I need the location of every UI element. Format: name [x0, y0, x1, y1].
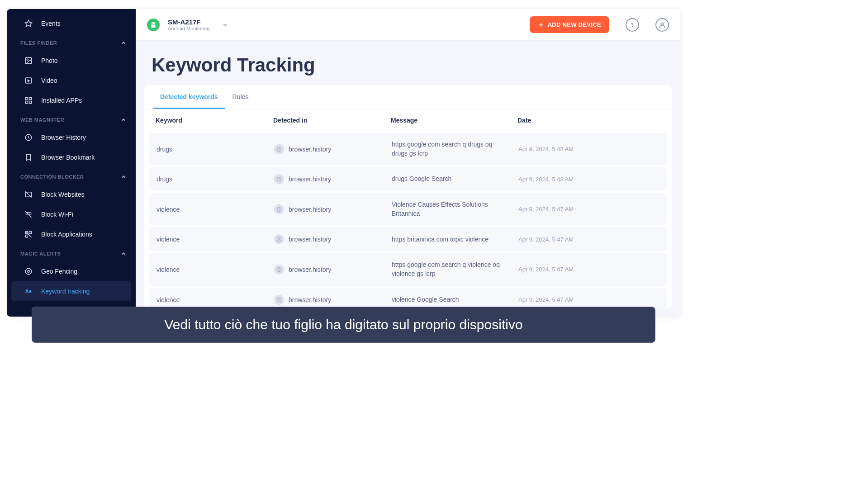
android-icon [147, 19, 160, 31]
svg-text:Aa: Aa [25, 289, 32, 294]
help-button[interactable] [626, 18, 639, 32]
table-row[interactable]: violence browser.history https britannic… [149, 227, 667, 251]
cell-detected-in: browser.history [274, 295, 392, 305]
sidebar-section-files-finder[interactable]: FILES FINDER [7, 33, 136, 51]
history-icon [274, 295, 284, 305]
cell-detected-in: browser.history [274, 204, 392, 214]
cell-date: Apr 9, 2024, 5:48 AM [518, 146, 659, 152]
cell-keyword: drugs [157, 146, 274, 153]
cell-message: https google com search q drugs oq drugs… [392, 140, 518, 158]
svg-point-17 [28, 270, 30, 273]
svg-point-20 [154, 23, 154, 23]
svg-point-23 [632, 26, 632, 26]
svg-rect-4 [25, 97, 28, 99]
col-date: Date [517, 117, 660, 124]
col-keyword: Keyword [156, 117, 273, 124]
cell-message: violence Google Search [392, 295, 518, 304]
cell-date: Apr 9, 2024, 5:48 AM [518, 176, 659, 183]
device-name: SM-A217F [168, 18, 209, 26]
sidebar-item-events[interactable]: Events [7, 14, 136, 33]
table-header: Keyword Detected in Message Date [144, 109, 672, 131]
tab-detected-keywords[interactable]: Detected keywords [153, 85, 225, 109]
cell-keyword: violence [157, 206, 274, 213]
table-row[interactable]: violence browser.history https google co… [149, 253, 667, 285]
table-row[interactable]: violence browser.history Violence Causes… [149, 193, 667, 225]
cell-message: https britannica com topic violence [392, 235, 518, 244]
page-title: Keyword Tracking [136, 41, 680, 85]
svg-marker-0 [25, 20, 32, 27]
sidebar-item-installed-apps[interactable]: Installed APPs [7, 90, 136, 110]
svg-rect-13 [29, 231, 32, 233]
star-icon [24, 19, 33, 28]
keyword-icon: Aa [24, 287, 33, 296]
svg-line-15 [25, 231, 32, 237]
sidebar-item-photo[interactable]: Photo [7, 51, 136, 71]
tab-rules[interactable]: Rules [225, 85, 256, 109]
col-message: Message [391, 117, 517, 124]
chevron-up-icon [120, 40, 127, 46]
geofence-icon [24, 267, 33, 276]
cell-date: Apr 9, 2024, 5:47 AM [518, 236, 659, 243]
cell-detected-in: browser.history [274, 265, 392, 275]
clock-icon [24, 133, 33, 142]
cell-keyword: violence [157, 266, 274, 273]
main-content: SM-A217F Android Monitoring ADD NEW DEVI… [136, 9, 680, 317]
device-subtitle: Android Monitoring [168, 26, 209, 31]
table-row[interactable]: drugs browser.history https google com s… [149, 133, 667, 165]
cell-message: https google com search q violence oq vi… [392, 261, 518, 278]
caption-banner: Vedi tutto ciò che tuo figlio ha digitat… [32, 307, 655, 343]
col-detected-in: Detected in [273, 117, 391, 124]
sidebar-item-browser-bookmark[interactable]: Browser Bookmark [7, 147, 136, 167]
tabs: Detected keywords Rules [144, 85, 672, 109]
content-card: Detected keywords Rules Keyword Detected… [144, 85, 672, 308]
svg-point-2 [27, 59, 28, 60]
account-button[interactable] [655, 18, 669, 32]
sidebar-item-geo-fencing[interactable]: Geo Fencing [7, 261, 136, 281]
cell-detected-in: browser.history [274, 144, 392, 154]
chevron-up-icon [120, 251, 127, 257]
svg-rect-14 [25, 235, 28, 237]
sidebar-item-keyword-tracking[interactable]: Aa Keyword tracking [11, 281, 131, 301]
chevron-up-icon [120, 174, 127, 180]
chevron-up-icon [120, 117, 127, 123]
sidebar-section-connection-blocker[interactable]: CONNECTION BLOCKER [7, 167, 136, 185]
cell-keyword: violence [157, 236, 274, 243]
history-icon [274, 144, 284, 154]
sidebar-section-magic-alerts[interactable]: MAGIC ALERTS [7, 244, 136, 261]
history-icon [274, 174, 284, 184]
topbar: SM-A217F Android Monitoring ADD NEW DEVI… [136, 9, 680, 41]
chevron-down-icon[interactable] [222, 22, 228, 28]
svg-rect-7 [29, 101, 32, 104]
history-icon [274, 234, 284, 244]
block-site-icon [24, 190, 33, 199]
block-wifi-icon [24, 210, 33, 219]
video-icon [24, 76, 33, 85]
sidebar-item-block-websites[interactable]: Block Websites [7, 185, 136, 204]
table-row[interactable]: drugs browser.history drugs Google Searc… [149, 167, 667, 191]
bookmark-icon [24, 153, 33, 162]
svg-point-19 [152, 23, 152, 23]
cell-message: drugs Google Search [392, 175, 518, 184]
add-new-device-button[interactable]: ADD NEW DEVICE [530, 16, 609, 33]
apps-icon [24, 96, 33, 105]
plus-icon [538, 22, 544, 28]
svg-point-16 [25, 268, 32, 275]
sidebar: Events FILES FINDER Photo Video Installe… [7, 9, 136, 317]
table-row[interactable]: violence browser.history violence Google… [149, 288, 667, 308]
cell-date: Apr 9, 2024, 5:47 AM [518, 266, 659, 273]
history-icon [274, 265, 284, 275]
cell-date: Apr 9, 2024, 5:47 AM [518, 296, 659, 303]
sidebar-item-block-applications[interactable]: Block Applications [7, 224, 136, 244]
history-icon [274, 204, 284, 214]
cell-keyword: violence [157, 296, 274, 303]
sidebar-item-browser-history[interactable]: Browser History [7, 128, 136, 147]
sidebar-section-web-magnifier[interactable]: WEB MAGNIFIER [7, 110, 136, 128]
cell-detected-in: browser.history [274, 234, 392, 244]
sidebar-item-video[interactable]: Video [7, 71, 136, 90]
sidebar-item-block-wifi[interactable]: Block Wi-Fi [7, 204, 136, 224]
cell-message: Violence Causes Effects Solutions Britan… [392, 200, 518, 218]
cell-detected-in: browser.history [274, 174, 392, 184]
block-apps-icon [24, 230, 33, 239]
device-selector[interactable]: SM-A217F Android Monitoring [168, 18, 209, 31]
table[interactable]: Keyword Detected in Message Date drugs b… [144, 109, 672, 308]
